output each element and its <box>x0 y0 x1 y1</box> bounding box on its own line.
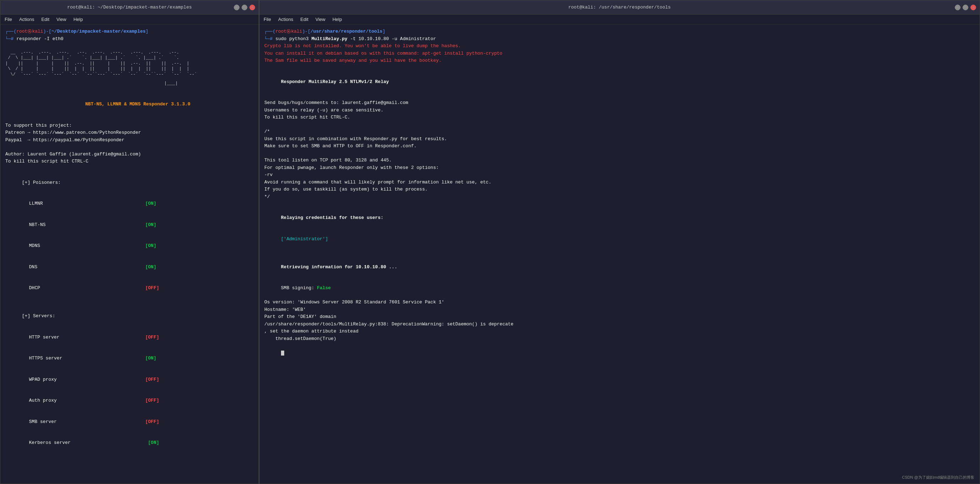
right-bugs-line: Send bugs/hugs/comments to: laurent.gaff… <box>264 99 975 107</box>
left-command: responder -I eth0 <box>16 35 64 43</box>
right-usernames-line: Usernames to relay (-u) are case sensiti… <box>264 107 975 114</box>
left-menu-edit[interactable]: Edit <box>41 17 49 22</box>
left-window-title: root@kali: ~/Desktop/impacket-master/exa… <box>67 5 192 10</box>
left-menu-help[interactable]: Help <box>73 17 83 22</box>
right-retrieving-text: Retrieving information for 10.10.10.80 .… <box>281 264 398 270</box>
left-llmnr-name: LLMNR <box>29 201 145 206</box>
right-bracket-open: ┌──( <box>264 28 275 35</box>
left-menu-file[interactable]: File <box>5 17 12 22</box>
right-multirelay: MultiRelay.py <box>312 35 347 43</box>
right-comment-7: If you do so, use taskkill (as system) t… <box>264 186 975 193</box>
left-dhcp-status: [OFF] <box>145 285 159 291</box>
right-title-bar: root@kali: /usr/share/responder/tools — … <box>259 0 980 14</box>
left-kerberos-status: [ON] <box>148 440 159 445</box>
right-terminal: root@kali: /usr/share/responder/tools — … <box>259 0 980 484</box>
left-ascii-art: __ .---. .---. .---. .--. .---. .---. .-… <box>5 45 254 78</box>
left-dns-name: DNS <box>29 264 145 270</box>
right-terminal-body[interactable]: ┌──(root㉿kali)-[/usr/share/responder/too… <box>259 24 980 484</box>
right-menu-actions[interactable]: Actions <box>278 17 293 22</box>
left-server-http: HTTP server [OFF] <box>5 327 254 348</box>
left-poisoner-llmnr: LLMNR [ON] <box>5 193 254 214</box>
right-comment-close: */ <box>264 193 975 201</box>
left-dhcp-name: DHCP <box>29 285 145 291</box>
right-comment-open: /* <box>264 128 975 135</box>
left-smb-name: SMB server <box>29 419 145 424</box>
left-terminal: root@kali: ~/Desktop/impacket-master/exa… <box>0 0 259 484</box>
right-warn-2: You can install it on debian based os wi… <box>264 50 975 57</box>
left-minimize-button[interactable]: — <box>234 5 240 10</box>
right-path-bracket: ] <box>382 28 385 35</box>
right-warn-1: Crypto lib is not installed. You won't b… <box>264 43 975 50</box>
right-python: python3 <box>286 35 311 43</box>
left-mdns-name: MDNS <box>29 243 145 248</box>
right-hash: └─# <box>264 35 275 43</box>
left-menu-view[interactable]: View <box>56 17 66 22</box>
right-menu-view[interactable]: View <box>315 17 325 22</box>
left-bracket-close: )-[ <box>43 28 51 35</box>
right-smb-signing-value: False <box>317 285 331 291</box>
left-support-2: Patreon → https://www.patreon.com/Python… <box>5 129 254 136</box>
left-hash: └─# <box>5 35 16 43</box>
left-menu-bar: File Actions Edit View Help <box>0 14 259 24</box>
right-watermark: CSDN @为了媳妇md编辑器到自己的博客 <box>902 475 974 480</box>
left-dns-status: [ON] <box>145 264 156 270</box>
right-cursor-line <box>264 342 975 363</box>
right-admin-value: ['Administrator'] <box>281 236 328 242</box>
left-server-kerberos: Kerberos server [ON] <box>5 433 254 454</box>
left-poisoner-mdns: MDNS [ON] <box>5 236 254 256</box>
left-poisoner-dhcp: DHCP [OFF] <box>5 278 254 299</box>
left-maximize-button[interactable]: □ <box>242 5 247 10</box>
right-maximize-button[interactable]: □ <box>963 5 968 10</box>
left-path-bracket: ] <box>145 28 148 35</box>
left-mdns-status: [ON] <box>145 243 156 248</box>
right-prompt-line: ┌──(root㉿kali)-[/usr/share/responder/too… <box>264 28 975 35</box>
right-close-button[interactable]: ✕ <box>970 5 976 10</box>
right-hostname-line: Hostname: 'WEB' <box>264 306 975 313</box>
left-terminal-body[interactable]: ┌──(root㉿kali)-[~/Desktop/impacket-maste… <box>0 24 259 484</box>
right-minimize-button[interactable]: — <box>955 5 961 10</box>
right-comment-4: For optimal pwnage, launch Responder onl… <box>264 164 975 171</box>
right-thread-line: thread.setDaemon(True) <box>264 335 975 342</box>
left-wpad-name: WPAD proxy <box>29 377 145 382</box>
left-auth-name: Auth proxy <box>29 398 145 403</box>
left-author: Author: Laurent Gaffie (laurent.gaffie@g… <box>5 151 254 158</box>
right-comment-5: -rv <box>264 171 975 178</box>
right-smb-signing-label: SMB signing: <box>281 285 317 291</box>
left-support-3: Paypal → https://paypal.me/PythonRespond… <box>5 137 254 144</box>
left-nbtns-name: NBT-NS <box>29 222 145 228</box>
right-comment-6: Avoid running a command that will likely… <box>264 179 975 186</box>
right-menu-edit[interactable]: Edit <box>301 17 308 22</box>
left-ascii-bottom: |___| <box>5 80 254 87</box>
right-menu-bar: File Actions Edit View Help <box>259 14 980 24</box>
right-params: -t 10.10.10.80 -u Administrator <box>347 35 436 43</box>
left-server-auth: Auth proxy [OFF] <box>5 390 254 411</box>
left-servers-title: [+] Servers: <box>22 313 55 318</box>
right-bracket-close: )-[ <box>302 28 310 35</box>
right-multirelay-header: Responder MultiRelay 2.5 NTLMv1/2 Relay <box>264 71 975 92</box>
left-llmnr-status: [ON] <box>145 201 156 206</box>
right-root: root <box>275 28 286 35</box>
right-retrieving-line: Retrieving information for 10.10.10.80 .… <box>264 256 975 277</box>
left-smb-status: [OFF] <box>145 419 159 424</box>
left-nbtns-status: [ON] <box>145 222 156 228</box>
right-menu-file[interactable]: File <box>264 17 271 22</box>
left-banner-text: NBT-NS, LLMNR & MDNS Responder 3.1.3.0 <box>85 102 190 107</box>
right-path: /usr/share/responder/tools <box>310 28 382 35</box>
left-kali: kali <box>32 28 43 35</box>
left-window-controls: — □ ✕ <box>234 5 255 10</box>
right-warn-3: The Sam file will be saved anyway and yo… <box>264 57 975 64</box>
left-kill: To kill this script hit CTRL-C <box>5 158 254 165</box>
right-menu-help[interactable]: Help <box>332 17 342 22</box>
left-http-status: [OFF] <box>145 334 159 340</box>
right-os-version-line: Os version: 'Windows Server 2008 R2 Stan… <box>264 299 975 306</box>
right-comment-1: Use this script in combination with Resp… <box>264 135 975 143</box>
left-command-line: └─# responder -I eth0 <box>5 35 254 43</box>
left-https-status: [ON] <box>145 355 156 361</box>
left-menu-actions[interactable]: Actions <box>19 17 34 22</box>
left-poisoners-header: [+] Poisoners: <box>5 172 254 193</box>
right-multirelay-title: Responder MultiRelay 2.5 NTLMv1/2 Relay <box>281 79 389 84</box>
left-close-button[interactable]: ✕ <box>250 5 255 10</box>
right-window-controls: — □ ✕ <box>955 5 976 10</box>
right-sudo: sudo <box>275 35 286 43</box>
left-server-https: HTTPS server [ON] <box>5 348 254 369</box>
